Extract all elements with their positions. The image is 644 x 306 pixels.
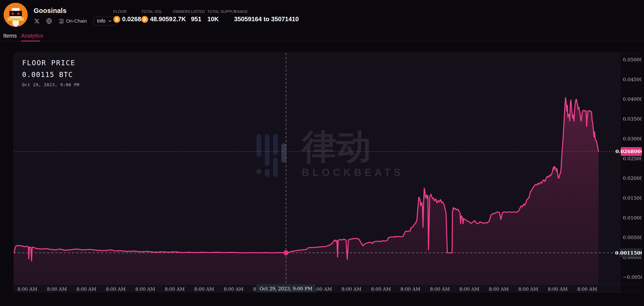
stat-value: 35059164 to 35071410 [234,16,299,23]
stat-owners: OWNERS2.7K [173,10,190,23]
stat-value: 951 [191,16,205,23]
y-axis-tick: 0.03500000 [623,116,642,122]
info-label: Info [97,18,106,24]
social-row: On-Chain Info [34,17,116,25]
stat-listed: LISTED951 [191,10,205,23]
stat-label: TOTAL VOL [141,10,172,14]
crosshair-dot [284,250,288,255]
x-axis-tick: 8:00 AM [489,286,509,292]
axis-horizontal-separator [14,284,642,284]
y-axis-tick: 0.00500000 [623,235,642,240]
price-area-fill [14,98,598,284]
y-axis-tick: 0.04000000 [623,96,642,102]
chevron-down-icon [108,19,112,23]
x-axis-tick: 8:00 AM [518,286,538,292]
floor-price-chart-panel: 律动 BLOCKBEATS FLOOR PRICE 0.00115 BTC Oc… [14,53,642,293]
y-axis-tick: 0.02500000 [623,156,642,161]
x-axis-tick: 8:00 AM [548,286,568,292]
info-dropdown-button[interactable]: Info [93,17,116,25]
price-chart-plot[interactable] [14,53,620,284]
goose-pixel-art [4,3,28,27]
x-axis-tick: 8:00 AM [47,286,67,292]
crosshair-price-badge: 0.00115000 [620,248,642,257]
chart-header: FLOOR PRICE 0.00115 BTC Oct 29, 2023, 9:… [22,59,80,87]
stat-range: RANGE35059164 to 35071410 [234,10,299,23]
onchain-badge[interactable]: On-Chain [58,18,87,24]
y-axis-tick: 0.03000000 [623,136,642,142]
x-axis-tick: 8:00 AM [76,286,96,292]
stat-label: FLOOR [113,10,141,14]
y-axis-tick: 0.01500000 [623,195,642,201]
y-axis-tick: 0.04500000 [623,77,642,82]
active-tab-underline [21,41,40,42]
x-axis-tick: 8:00 AM [135,286,155,292]
tabbar-divider [0,41,644,42]
frame-lock-icon [58,18,64,24]
chart-title: FLOOR PRICE [22,59,80,67]
x-axis-tick: 8:00 AM [194,286,214,292]
bitcoin-icon: ₿ [141,16,148,23]
stat-value: ₿0.0268 [113,16,141,23]
stat-label: OWNERS [173,10,190,14]
stat-total-vol: TOTAL VOL₿48.9059 [141,10,172,23]
stat-total-supply: TOTAL SUPPLY10K [207,10,236,23]
x-axis-tick: 8:00 AM [18,286,37,292]
x-axis-tick: 8:00 AM [342,286,361,292]
y-axis-tick: 0.02000000 [623,175,642,181]
bitcoin-icon: ₿ [113,16,120,23]
crosshair-time-badge: Oct 29, 2023, 9:00 PM [256,284,316,293]
x-axis-tick: 8:00 AM [165,286,184,292]
x-axis-tick: 8:00 AM [106,286,126,292]
x-axis-tick: 8:00 AM [224,286,244,292]
y-axis-tick: 0.05000000 [623,57,642,63]
x-axis-tick: 8:00 AM [371,286,391,292]
last-price-badge: 0.02680000 [621,147,642,156]
stat-value: 2.7K [173,16,190,23]
page-title: Goosinals [34,7,66,15]
stat-label: RANGE [234,10,299,14]
x-twitter-icon[interactable] [34,18,40,24]
chart-current-value: 0.00115 BTC [22,71,80,79]
x-axis-tick: 8:00 AM [430,286,450,292]
y-axis-tick: −0.00500000 [623,274,642,280]
tab-analytics[interactable]: Analytics [21,33,43,39]
stat-value: ₿48.9059 [141,16,172,23]
tab-items[interactable]: Items [3,33,17,39]
collection-avatar [4,3,28,27]
stat-floor: FLOOR₿0.0268 [113,10,141,23]
x-axis-tick: 8:00 AM [460,286,479,292]
y-axis-tick: 0.01000000 [623,215,642,221]
x-axis-tick: 8:00 AM [577,286,597,292]
x-axis-tick: 8:00 AM [400,286,420,292]
onchain-label: On-Chain [66,18,87,24]
globe-icon[interactable] [46,18,52,24]
stat-label: LISTED [191,10,205,14]
stat-value: 10K [207,16,236,23]
chart-current-date: Oct 29, 2023, 9:00 PM [22,82,80,87]
stat-label: TOTAL SUPPLY [207,10,236,14]
